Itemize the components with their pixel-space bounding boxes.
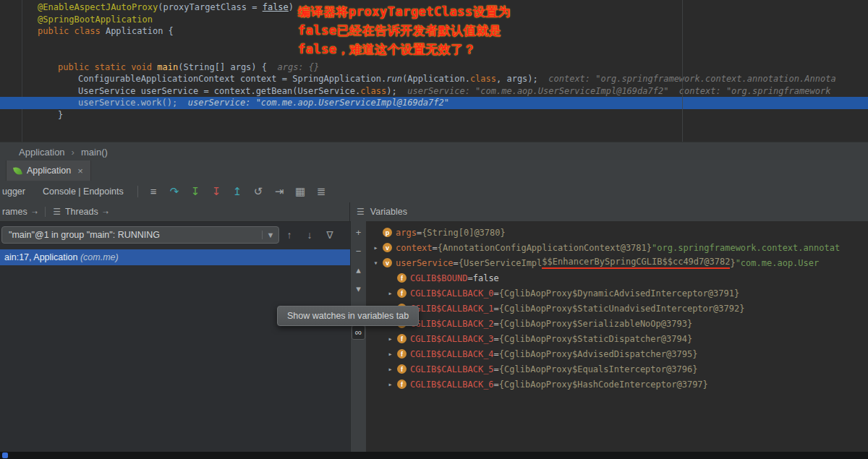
run-to-cursor-icon[interactable]: ⇥ [269, 181, 290, 202]
next-frame-icon[interactable]: ↓ [299, 229, 320, 241]
frames-panel: rames ➝ ☰ Threads ➝ "main"@1 in group "m… [0, 202, 350, 452]
variable-row[interactable]: ▸fCGLIB$CALLBACK_4 = {CglibAopProxy$Advi… [366, 346, 868, 361]
equals-sign: = [494, 334, 499, 344]
stack-frame-package: (com.me) [80, 252, 119, 262]
code-line[interactable]: UserService userService = context.getBea… [0, 85, 868, 98]
settings-icon[interactable]: ≣ [311, 181, 332, 202]
variable-row[interactable]: ▸fCGLIB$CALLBACK_6 = {CglibAopProxy$Hash… [366, 377, 868, 392]
code-line[interactable]: public static void main(String[] args) {… [0, 61, 868, 74]
expand-icon[interactable]: ▸ [370, 244, 381, 252]
object-reference-underlined: $$EnhancerBySpringCGLIB$$cc49d7@3782 [542, 257, 730, 269]
equals-sign: = [494, 364, 499, 374]
code-segment: class [360, 86, 386, 96]
variable-row[interactable]: fCGLIB$BOUND = false [366, 270, 868, 286]
variable-name: CGLIB$CALLBACK_6 [410, 379, 494, 390]
variable-type-icon: v [383, 258, 392, 267]
variable-row[interactable]: pargs = {String[0]@3780} [366, 225, 868, 240]
filter-icon[interactable]: ∇ [320, 229, 340, 241]
variable-name: CGLIB$CALLBACK_0 [410, 288, 494, 299]
drop-frame-icon[interactable]: ↺ [248, 181, 269, 202]
code-line[interactable]: ConfigurableApplicationContext context =… [0, 73, 868, 85]
add-watch-icon[interactable]: + [352, 227, 365, 238]
variable-name: context [396, 243, 433, 253]
code-line[interactable] [0, 121, 868, 133]
variable-row[interactable]: ▾vuserService = {UserServiceImpl$$Enhanc… [366, 255, 868, 270]
show-execution-point-icon[interactable]: ↷ [164, 181, 185, 202]
variables-title: Variables [370, 207, 407, 217]
equals-sign: = [453, 258, 458, 268]
variables-menu-icon[interactable]: ☰ [357, 207, 365, 217]
force-step-into-icon[interactable]: ↧ [206, 181, 227, 202]
variable-row[interactable]: ▸vcontext = {AnnotationConfigApplication… [366, 240, 868, 255]
chevron-down-icon[interactable]: ▼ [262, 231, 278, 239]
equals-sign: = [433, 243, 438, 253]
previous-frame-icon[interactable]: ↑ [279, 229, 299, 241]
object-reference: {CglibAopProxy$EqualsInterceptor@3796} [499, 364, 698, 374]
variable-name: userService [396, 258, 453, 268]
code-line[interactable] [0, 133, 868, 145]
close-tab-icon[interactable]: × [77, 166, 83, 176]
variable-name: CGLIB$CALLBACK_5 [410, 364, 494, 374]
remove-watch-icon[interactable]: − [352, 246, 365, 257]
tab-label: Application [27, 166, 71, 176]
equals-sign: = [494, 319, 499, 329]
equals-sign: = [467, 273, 472, 283]
execution-line[interactable]: userService.work(); userService: "com.me… [0, 97, 868, 109]
code-segment: context: "org.springframework.context.an… [543, 74, 836, 84]
variable-row[interactable]: ▸fCGLIB$CALLBACK_3 = {CglibAopProxy$Stat… [366, 331, 868, 346]
code-segment: userService.work(); [78, 98, 183, 108]
expand-icon[interactable]: ▸ [385, 365, 396, 373]
variable-row[interactable]: ▸fCGLIB$CALLBACK_1 = {CglibAopProxy$Stat… [366, 301, 868, 316]
tab-debugger[interactable]: ugger [0, 186, 34, 197]
variable-type-icon: f [397, 379, 407, 389]
code-line[interactable]: } [0, 109, 868, 121]
restore-layout-icon[interactable]: ≡ [143, 181, 164, 202]
string-value: "com.me.aop.User [736, 258, 820, 268]
move-up-icon[interactable]: ▴ [352, 265, 365, 275]
variable-type-icon: f [397, 364, 407, 374]
code-segment: ) [289, 2, 294, 12]
expand-icon[interactable]: ▸ [385, 289, 396, 297]
step-over-icon[interactable]: ↧ [185, 181, 206, 202]
variable-name: CGLIB$BOUND [410, 273, 467, 283]
move-down-icon[interactable]: ▾ [352, 283, 365, 294]
tab-application[interactable]: Application × [6, 160, 91, 181]
variable-row[interactable]: ▸fCGLIB$CALLBACK_0 = {CglibAopProxy$Dyna… [366, 286, 868, 301]
code-segment: } [58, 110, 63, 120]
threads-menu-icon[interactable]: ☰ [53, 207, 61, 217]
step-out-icon[interactable]: ↥ [227, 181, 248, 202]
variable-type-icon: p [383, 228, 392, 237]
frames-dropdown-icon[interactable]: ➝ [32, 208, 38, 216]
annotation-note: 编译器将proxyTargetClass设置为false已经在告诉开发者默认值就… [298, 2, 511, 59]
expand-icon[interactable]: ▸ [385, 350, 396, 358]
evaluate-expression-icon[interactable]: ▦ [290, 181, 311, 202]
tab-console-endpoints[interactable]: Console | Endpoints [34, 186, 132, 197]
object-reference: {CglibAopProxy$AdvisedDispatcher@3795} [499, 349, 698, 359]
code-editor[interactable]: @EnableAspectJAutoProxy(proxyTargetClass… [0, 0, 868, 142]
stack-frame-selected[interactable]: ain:17, Application (com.me) [0, 249, 350, 265]
code-segment: public static void [58, 62, 157, 72]
breadcrumb-item-application[interactable]: Application [19, 147, 65, 158]
margin-guide [682, 0, 683, 142]
object-reference: {CglibAopProxy$HashCodeInterceptor@3797} [499, 379, 708, 390]
variable-row[interactable]: ▸fCGLIB$CALLBACK_5 = {CglibAopProxy$Equa… [366, 361, 868, 377]
breadcrumb-item-main[interactable]: main() [81, 147, 108, 158]
thread-selector[interactable]: "main"@1 in group "main": RUNNING ▼ [1, 226, 279, 244]
variables-tree: pargs = {String[0]@3780}▸vcontext = {Ann… [366, 221, 868, 452]
collapse-icon[interactable]: ▾ [370, 259, 381, 267]
threads-tab[interactable]: Threads [65, 207, 98, 217]
code-segment: ConfigurableApplicationContext context =… [78, 74, 386, 84]
frames-tab[interactable]: rames [2, 207, 27, 217]
expand-icon[interactable]: ▸ [385, 380, 396, 388]
header-divider [45, 207, 46, 217]
annotation-note-line: false，难道这个设置无效了？ [298, 40, 511, 59]
equals-sign: = [417, 228, 422, 238]
code-segment: , args); [496, 74, 543, 84]
threads-dropdown-icon[interactable]: ➝ [103, 208, 109, 216]
code-segment: false [263, 2, 289, 12]
variable-row[interactable]: ▸fCGLIB$CALLBACK_2 = {CglibAopProxy$Seri… [366, 316, 868, 331]
show-watches-icon[interactable]: ∞ [352, 325, 365, 340]
expand-icon[interactable]: ▸ [385, 335, 396, 343]
thread-selector-row: "main"@1 in group "main": RUNNING ▼ ↑ ↓ … [0, 226, 350, 244]
breadcrumb: Application › main() [0, 142, 868, 161]
